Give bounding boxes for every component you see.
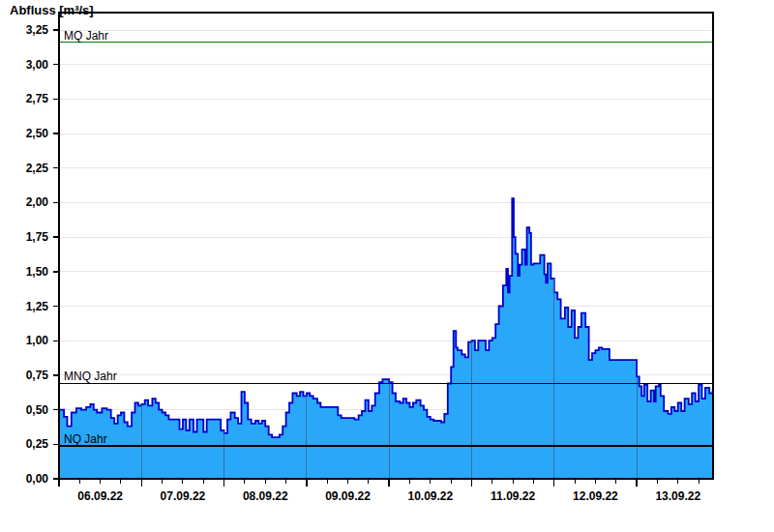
- y-tick-label: 0,25: [26, 437, 49, 451]
- chart-title: Abfluss [m³/s]: [10, 3, 94, 17]
- x-tick-label: 11.09.22: [491, 489, 535, 503]
- y-tick-label: 1,00: [26, 334, 49, 347]
- y-tick-label: 2,25: [26, 162, 49, 175]
- y-tick-label: 2,50: [26, 127, 49, 140]
- y-tick-label: 2,00: [26, 195, 49, 209]
- y-tick-label: 2,75: [26, 92, 49, 105]
- y-axis: 0,000,250,500,751,001,251,501,752,002,25…: [26, 23, 59, 486]
- y-tick-label: 0,50: [26, 403, 49, 417]
- y-tick-label: 0,75: [26, 369, 49, 382]
- y-tick-label: 1,25: [26, 300, 49, 313]
- ref-line-label: MNQ Jahr: [64, 369, 117, 383]
- x-tick-label: 09.09.22: [325, 489, 371, 503]
- x-tick-label: 08.09.22: [243, 489, 288, 503]
- y-tick-label: 0,00: [26, 472, 49, 486]
- chart-canvas: MQ JahrMNQ JahrNQ Jahr0,000,250,500,751,…: [0, 0, 774, 532]
- x-axis: 06.09.2207.09.2208.09.2209.09.2210.09.22…: [59, 479, 700, 503]
- x-tick-label: 10.09.22: [407, 489, 453, 503]
- y-tick-label: 1,50: [26, 265, 49, 279]
- ref-line-label: NQ Jahr: [64, 432, 107, 446]
- y-tick-label: 3,25: [26, 23, 49, 37]
- x-tick-label: 13.09.22: [655, 489, 700, 503]
- ref-line-label: MQ Jahr: [64, 29, 108, 43]
- discharge-area: [59, 198, 713, 479]
- hydrograph-page: MQ JahrMNQ JahrNQ Jahr0,000,250,500,751,…: [0, 0, 774, 532]
- x-tick-label: 06.09.22: [77, 489, 123, 503]
- y-tick-label: 3,00: [26, 58, 49, 72]
- x-tick-label: 07.09.22: [161, 489, 206, 503]
- y-tick-label: 1,75: [26, 230, 49, 244]
- x-tick-label: 12.09.22: [573, 489, 618, 503]
